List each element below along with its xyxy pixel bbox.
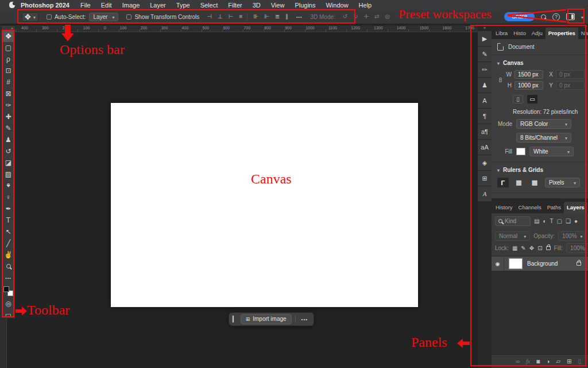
distribute-vertical-centers-icon[interactable]: ∥ [285,14,288,20]
type-tool[interactable]: T [2,214,14,226]
lasso-tool[interactable]: ρ [2,53,14,65]
auto-select-dropdown[interactable]: Layer [89,13,118,21]
eraser-tool[interactable]: ◪ [2,157,14,168]
3d-pan-icon[interactable]: ✛ [364,14,369,20]
3d-dolly-icon[interactable]: ◎ [385,14,390,20]
add-adjustment-layer-icon[interactable]: ◑ [546,359,550,365]
fill-field[interactable]: 100% [566,243,588,253]
line-tool[interactable]: ╱ [2,237,14,249]
paragraph-styles-panel-icon[interactable]: A [478,186,492,201]
menu-item[interactable]: Layer [145,2,171,9]
filter-smart-objects-icon[interactable]: ❏ [566,218,571,224]
show-transform-checkbox[interactable] [126,14,131,20]
filter-type-layers-icon[interactable]: T [550,218,554,224]
align-horizontal-centers-icon[interactable]: ⊥ [218,14,223,20]
pen-tool[interactable]: ✒ [2,203,14,214]
dodge-tool[interactable]: ♀ [2,191,14,203]
auto-select-checkbox[interactable] [47,14,52,20]
chevron-down-icon[interactable] [581,14,583,20]
path-selection-tool[interactable]: ↖ [2,226,14,237]
menu-item[interactable]: Plugins [289,2,320,9]
color-swatches[interactable] [3,286,13,296]
canvas-section-header[interactable]: Canvas [492,55,588,69]
delete-layer-icon[interactable]: ▯ [578,359,581,365]
blur-tool[interactable]: ♠ [2,180,14,191]
3d-slide-icon[interactable]: ⇄ [374,14,379,20]
tab-libraries[interactable]: Libra [493,28,510,39]
pixel-grid-icon[interactable]: ▩ [529,178,540,187]
3d-panel-icon[interactable]: ◈ [478,155,492,170]
expand-panels-icon[interactable]: « [483,25,486,31]
filter-shape-layers-icon[interactable]: ▢ [557,218,562,224]
object-selection-tool[interactable]: ⊡ [2,65,14,76]
canvas[interactable] [111,103,418,307]
bit-depth-select[interactable]: 8 Bits/Channel [516,133,571,143]
help-icon[interactable]: ? [552,13,560,21]
edit-toolbar-icon[interactable]: ••• [2,272,14,283]
blend-mode-select[interactable]: Normal [495,231,530,241]
3d-orbit-icon[interactable]: ↺ [343,14,347,20]
healing-brush-tool[interactable]: ✚ [2,111,14,122]
menu-item[interactable]: 3D [247,2,266,9]
menu-item[interactable]: Window [320,2,353,9]
hand-tool[interactable]: ✌ [2,249,14,260]
layer-thumbnail[interactable] [509,258,523,269]
filter-pixel-layers-icon[interactable]: ▤ [534,218,539,224]
filter-attribute-icon[interactable]: ● [574,218,578,224]
lock-transparency-icon[interactable]: ▦ [512,246,517,251]
menu-item[interactable]: Help [354,2,377,9]
brush-tool[interactable]: ✎ [2,122,14,134]
height-field[interactable]: 1000 px [514,81,543,90]
crop-tool[interactable]: # [2,76,14,88]
document-area[interactable]: 4003002001000100200300400500600700800900… [0,24,478,368]
collapse-panels-icon[interactable]: » [585,24,587,28]
tab-paths[interactable]: Paths [544,202,564,213]
lock-all-icon[interactable] [546,246,551,250]
glyphs-panel-icon[interactable]: a¶ [478,124,492,139]
more-options-icon[interactable]: ••• [296,15,302,19]
history-brush-tool[interactable]: ↺ [2,145,14,157]
tab-adjustments[interactable]: Adju [529,28,546,39]
fill-select[interactable]: White [529,147,574,156]
rulers-icon[interactable]: Γ [497,178,509,187]
width-field[interactable]: 1500 px [514,70,543,79]
menu-item[interactable]: Image [117,2,145,9]
menu-item[interactable]: Type [171,2,195,9]
align-vertical-centers-icon[interactable]: ≡ [239,14,242,20]
frame-tool[interactable]: ⊠ [2,88,14,99]
character-styles-panel-icon[interactable]: aA [478,140,492,155]
marquee-tool[interactable]: ▢ [2,42,14,53]
y-field[interactable]: 0 px [556,81,585,90]
tab-properties[interactable]: Properties [546,28,578,39]
app-menu[interactable]: Photoshop 2024 [20,2,75,9]
link-layers-icon[interactable]: ∞ [516,359,520,365]
fill-color-swatch[interactable] [516,148,525,155]
brushes-panel-icon[interactable]: ✏ [478,62,492,77]
lock-artboard-icon[interactable]: ⊡ [537,246,542,251]
portrait-orientation-icon[interactable]: ▯ [513,95,523,103]
filter-adjustment-layers-icon[interactable]: ◐ [543,218,546,224]
share-button[interactable]: Share [504,12,535,21]
gradient-tool[interactable]: ▨ [2,168,14,180]
clone-stamp-tool[interactable]: ♟ [2,134,14,145]
new-group-icon[interactable]: ▱ [556,359,560,365]
lock-image-icon[interactable]: ✎ [521,246,525,251]
add-layer-mask-icon[interactable]: ◙ [536,359,540,365]
link-dimensions-icon[interactable]: 8 [496,69,505,91]
tab-navigator[interactable]: Navig [578,28,588,39]
layer-row[interactable]: ◉ Background [492,256,588,271]
eyedropper-tool[interactable]: ✑ [2,99,14,111]
grid-icon[interactable]: ▦ [513,178,525,187]
brush-settings-panel-icon[interactable]: ✎ [478,47,492,62]
actions-panel-icon[interactable]: ▶ [478,31,492,46]
drag-handle[interactable]: ▎ [233,316,237,322]
lock-position-icon[interactable]: ✥ [529,246,534,251]
task-bar-more-icon[interactable]: ••• [299,316,310,323]
distribute-horizontal-centers-icon[interactable]: ⊩ [264,14,269,20]
tab-channels[interactable]: Channels [516,202,544,213]
align-left-edges-icon[interactable]: ⊣ [207,14,212,20]
screen-mode-icon[interactable]: ▭ [2,309,14,321]
distribute-bottom-edges-icon[interactable]: ≣ [275,14,280,20]
tool-preset[interactable]: ✥ [22,12,38,22]
clone-source-panel-icon[interactable]: ♟ [478,78,492,93]
